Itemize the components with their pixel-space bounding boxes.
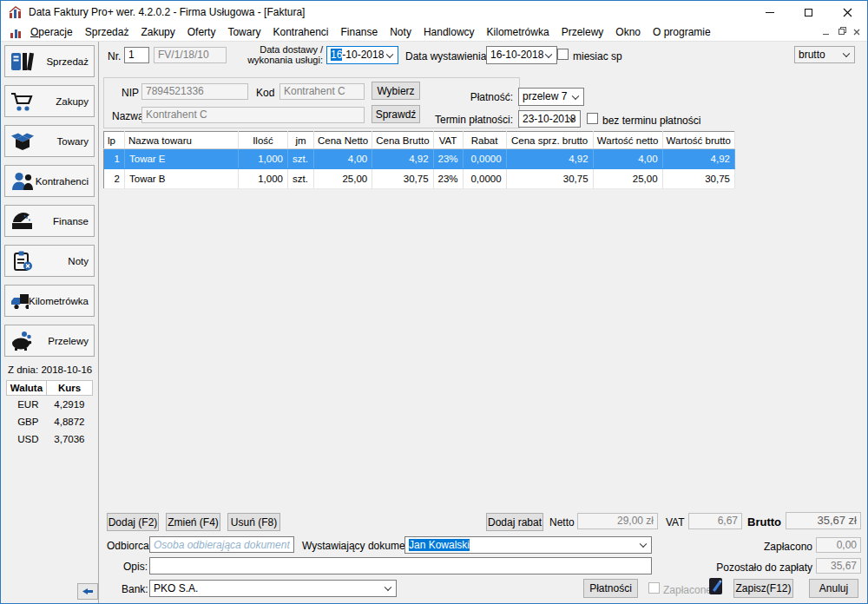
choose-contractor-button[interactable]: Wybierz	[372, 82, 420, 100]
sidebar-item-kontrahenci[interactable]: Kontrahenci	[4, 165, 95, 197]
no-due-date-checkbox[interactable]	[587, 113, 598, 124]
mdi-close-icon	[853, 29, 860, 36]
chevron-down-icon	[843, 49, 850, 56]
due-date-value: 23-10-2018	[523, 113, 575, 125]
menu-oferty[interactable]: Oferty	[181, 24, 222, 40]
no-due-date-label: bez terminu płatności	[602, 115, 700, 127]
rate-value: 4,2919	[46, 396, 92, 413]
edit-item-button[interactable]: Zmień (F4)	[166, 513, 220, 531]
recipient-label: Odbiorca:	[107, 540, 152, 552]
sidebar-item-noty[interactable]: Noty	[4, 245, 95, 277]
mdi-restore-button[interactable]	[834, 25, 848, 38]
issuer-select[interactable]: Jan Kowalski	[404, 536, 652, 554]
menu-towary[interactable]: Towary	[221, 24, 266, 40]
close-button[interactable]	[828, 1, 867, 23]
menu-o-programie[interactable]: O programie	[647, 24, 717, 40]
kod-label: Kod	[256, 87, 274, 99]
menu-operacje[interactable]: Operacje	[24, 24, 79, 40]
menu-przelewy[interactable]: Przelewy	[556, 24, 610, 40]
sidebar-item-zakupy[interactable]: Zakupy	[4, 85, 95, 117]
menu-bar: Operacje Sprzedaż Zakupy Oferty Towary K…	[1, 23, 867, 42]
netto-total-field: 29,00 zł	[577, 513, 658, 529]
payment-label: Płatność:	[439, 91, 513, 103]
add-item-button[interactable]: Dodaj (F2)	[107, 513, 159, 531]
menu-noty[interactable]: Noty	[384, 24, 418, 40]
brutto-total-field: 35,67 zł	[786, 512, 861, 529]
mdi-minimize-button[interactable]	[819, 25, 832, 38]
sidebar-item-przelewy[interactable]: Przelewy	[4, 325, 95, 357]
sidebar-item-towary[interactable]: Towary	[4, 125, 95, 157]
rate-row: GBP 4,8872	[7, 413, 93, 430]
price-mode-select[interactable]: brutto	[794, 46, 855, 63]
sidebar-item-kilometrowka[interactable]: Kilometrówka	[4, 285, 95, 317]
remaining-field: 35,67	[816, 558, 861, 574]
cart-icon	[10, 90, 36, 113]
maximize-icon	[805, 9, 812, 16]
collapse-sidebar-button[interactable]	[77, 583, 98, 600]
delete-item-button[interactable]: Usuń (F8)	[227, 513, 280, 531]
mdi-restore-icon	[838, 29, 845, 35]
sidebar-item-finanse[interactable]: Finanse	[4, 205, 95, 237]
invoice-form: Nr. 1 FV/1/18/10 Data dostawy / wykonani…	[99, 42, 867, 603]
rates-col-rate: Kurs	[46, 381, 92, 396]
rate-currency: GBP	[7, 413, 47, 430]
menu-kontrahenci[interactable]: Kontrahenci	[266, 24, 334, 40]
description-input[interactable]	[149, 557, 652, 574]
payment-select[interactable]: przelew 7	[518, 88, 584, 106]
edit-note-icon[interactable]	[708, 577, 723, 598]
cancel-button[interactable]: Anuluj	[809, 579, 858, 598]
items-header-row: lp Nazwa towaru Ilość jm Cena Netto Cena…	[104, 132, 735, 149]
paid-checkbox-label: Zapłacone	[663, 584, 712, 596]
piggy-bank-icon	[10, 330, 36, 352]
rate-currency: USD	[7, 430, 47, 448]
invoice-number-input[interactable]: 1	[124, 47, 149, 63]
chevron-down-icon	[572, 92, 579, 99]
mdi-close-button[interactable]	[850, 25, 864, 38]
minimize-button[interactable]	[750, 1, 789, 23]
check-contractor-button[interactable]: Sprawdź	[372, 105, 420, 123]
maximize-button[interactable]	[789, 1, 828, 23]
close-icon	[843, 8, 852, 17]
nazwa-label: Nazwa	[112, 110, 144, 122]
month-checkbox[interactable]	[557, 49, 569, 60]
issuer-label: Wystawiający dokument:	[302, 540, 417, 552]
rates-as-of-date: 2018-10-16	[41, 364, 92, 375]
issue-date-picker[interactable]: 16-10-2018	[486, 46, 557, 64]
recipient-input[interactable]	[149, 536, 294, 553]
issue-date-label: Data wystawienia:	[405, 50, 490, 62]
sidebar-item-sprzedaz[interactable]: Sprzedaż	[4, 45, 95, 77]
save-button[interactable]: Zapisz(F12)	[733, 579, 793, 598]
truck-icon	[10, 291, 29, 312]
menu-sprzedaz[interactable]: Sprzedaż	[79, 24, 135, 40]
menu-okno[interactable]: Okno	[609, 24, 647, 40]
vat-label: VAT	[666, 516, 685, 528]
nip-field: 7894521336	[141, 83, 248, 100]
items-table[interactable]: lp Nazwa towaru Ilość jm Cena Netto Cena…	[103, 131, 735, 189]
delivery-date-picker[interactable]: 16-10-2018	[326, 46, 398, 64]
arrow-left-icon	[82, 588, 94, 595]
people-icon	[10, 170, 36, 193]
window-title: Data Faktury Pro+ wer. 4.2.0.2 - Firma U…	[29, 6, 305, 18]
sidebar-label: Zakupy	[56, 96, 89, 107]
payments-button[interactable]: Płatności	[583, 579, 638, 598]
bank-select[interactable]: PKO S.A.	[149, 580, 397, 597]
description-label: Opis:	[123, 561, 148, 573]
issuer-value: Jan Kowalski	[409, 539, 470, 551]
menu-handlowcy[interactable]: Handlowcy	[418, 24, 481, 40]
due-date-picker[interactable]: 23-10-2018	[518, 110, 581, 128]
cash-register-icon	[10, 210, 36, 233]
exchange-rates-panel: Z dnia: 2018-10-16 Waluta Kurs EUR 4,291…	[6, 364, 93, 448]
minimize-icon	[766, 12, 774, 13]
paid-checkbox[interactable]	[648, 582, 660, 594]
table-row-selected[interactable]: 1 Towar E 1,000 szt. 4,00 4,92 23% 0,000…	[104, 149, 735, 169]
payment-value: przelew 7	[523, 90, 567, 102]
menu-finanse[interactable]: Finanse	[335, 24, 385, 40]
table-row[interactable]: 2 Towar B 1,000 szt. 25,00 30,75 23% 0,0…	[104, 169, 735, 189]
sidebar-label: Sprzedaż	[46, 56, 89, 67]
add-discount-button[interactable]: Dodaj rabat	[486, 513, 543, 531]
menu-zakupy[interactable]: Zakupy	[135, 24, 181, 40]
sidebar-label: Finanse	[53, 216, 89, 226]
menu-kilometrowka[interactable]: Kilometrówka	[481, 24, 556, 40]
app-window: Data Faktury Pro+ wer. 4.2.0.2 - Firma U…	[0, 0, 868, 604]
delivery-date-label: Data dostawy / wykonania usługi:	[242, 44, 323, 65]
